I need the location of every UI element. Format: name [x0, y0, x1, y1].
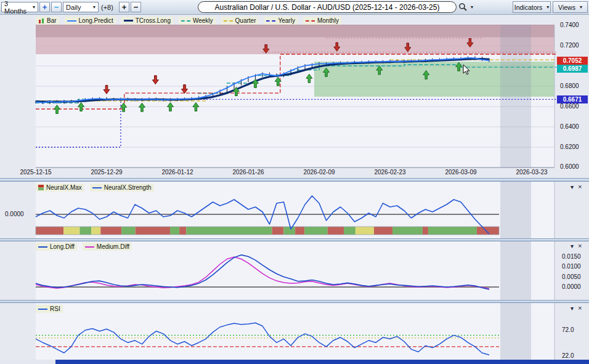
rsi-panel-controls: ▾ × [571, 304, 582, 312]
legend-item-quarter[interactable]: Quarter [221, 17, 259, 25]
date-axis-tick: 2025-12-15 [14, 169, 58, 176]
price-chart-canvas[interactable] [0, 15, 589, 178]
dashed-line-swatch-icon [224, 20, 233, 22]
legend-item-monthly[interactable]: Monthly [303, 17, 341, 25]
legend-item-medium-diff[interactable]: Medium.Diff [83, 243, 132, 251]
legend-label: Quarter [235, 17, 256, 24]
line-swatch-icon [67, 20, 76, 22]
date-axis-tick: 2026-03-09 [439, 169, 483, 176]
legend-label: Weekly [193, 17, 213, 24]
price-label-yearly: 0.6671 [557, 95, 588, 103]
dashed-line-swatch-icon [266, 20, 275, 22]
price-axis-tick: 0.6600 [560, 103, 579, 110]
diff-panel-controls: ▾ × [571, 242, 582, 249]
predicted-bars-offset: (+8) [101, 4, 113, 11]
neuralx-zero-label: 0.0000 [5, 211, 24, 217]
price-label-predict: 0.7052 [557, 57, 588, 65]
collapse-panel-icon[interactable]: ▾ [571, 184, 574, 190]
chart-title: Australian Dollar / U.S. Dollar - AUD/US… [198, 1, 457, 13]
rsi-axis-tick: 72.0 [562, 326, 574, 333]
price-axis-tick: 0.6200 [560, 144, 579, 150]
neuralx-max-icon [38, 185, 44, 190]
legend-label: NeuralX.Strength [104, 184, 152, 191]
neuralx-panel-controls: ▾ × [571, 183, 582, 190]
legend-item-bar[interactable]: Bar [36, 17, 59, 25]
price-axis-tick: 0.7400 [560, 22, 579, 28]
indicators-button[interactable]: Indicators ▾ [513, 1, 551, 13]
collapse-panel-icon[interactable]: ▾ [571, 305, 574, 312]
legend-item-neuralx-strength[interactable]: NeuralX.Strength [90, 184, 154, 192]
legend-item-yearly[interactable]: Yearly [264, 17, 297, 25]
legend-label: Yearly [278, 17, 294, 24]
bottom-edge-filler [0, 360, 55, 364]
add-bars-button[interactable]: + [119, 2, 129, 12]
range-select[interactable]: 3 Months ▾ [1, 2, 38, 12]
bar-style-icon [38, 18, 44, 24]
close-panel-icon[interactable]: × [578, 183, 582, 190]
chart-title-text: Australian Dollar / U.S. Dollar - AUD/US… [215, 3, 440, 12]
legend-label: Bar [47, 17, 57, 24]
price-axis-tick: 0.7200 [560, 42, 579, 49]
line-swatch-icon [38, 246, 47, 248]
dashed-line-swatch-icon [181, 20, 190, 22]
line-swatch-icon [92, 187, 102, 188]
price-label-weekly: 0.6987 [557, 65, 588, 73]
legend-item-long-diff[interactable]: Long.Diff [36, 243, 77, 251]
legend-label: RSI [50, 305, 60, 312]
legend-label: NeuralX.Max [46, 184, 82, 191]
diff-axis-tick: 0.0050 [562, 273, 581, 280]
remove-bars-button[interactable]: − [131, 2, 141, 12]
legend-label: Long.Diff [50, 243, 75, 250]
legend-item-weekly[interactable]: Weekly [179, 17, 216, 25]
dashed-line-swatch-icon [306, 20, 315, 22]
legend-item-neuralx-max[interactable]: NeuralX.Max [36, 184, 84, 192]
date-axis-tick: 2026-01-12 [155, 169, 200, 176]
range-zoom-out-button[interactable]: − [51, 2, 62, 12]
legend-item-long-predict[interactable]: Long.Predict [65, 17, 116, 25]
vantagepoint-window: 3 Months ▾ + − Daily ▾ (+8) + − Australi… [0, 0, 589, 364]
diff-legend: Long.Diff Medium.Diff [36, 243, 132, 251]
chevron-down-icon: ▾ [471, 5, 473, 10]
legend-label: Monthly [317, 17, 339, 24]
collapse-panel-icon[interactable]: ▾ [571, 243, 574, 249]
price-chart-legend: Bar Long.Predict TCross.Long Weekly Quar… [36, 17, 341, 25]
chevron-down-icon: ▾ [580, 5, 582, 10]
price-axis-tick: 0.6400 [560, 123, 579, 130]
neuralx-legend: NeuralX.Max NeuralX.Strength [36, 184, 154, 192]
diff-axis-tick: 0.0000 [562, 283, 581, 290]
period-select-value: Daily [66, 4, 81, 11]
line-swatch-icon [85, 246, 94, 248]
price-chart-panel[interactable] [0, 15, 589, 178]
chevron-down-icon: ▾ [33, 5, 35, 10]
price-axis-tick: 0.6800 [560, 83, 579, 89]
search-icon [458, 2, 468, 12]
bottom-panel-edge [55, 360, 589, 364]
close-panel-icon[interactable]: × [578, 242, 582, 249]
diff-axis-tick: 0.0150 [562, 253, 581, 260]
chevron-down-icon: ▾ [546, 5, 549, 10]
date-axis-tick: 2026-02-09 [297, 169, 341, 176]
line-swatch-icon [124, 20, 133, 22]
price-axis-tick: 0.6000 [560, 163, 579, 170]
indicators-button-label: Indicators [514, 4, 543, 11]
chevron-down-icon: ▾ [93, 5, 95, 10]
date-axis-tick: 2026-02-23 [368, 169, 412, 176]
rsi-axis-tick: 22.0 [562, 352, 574, 359]
rsi-legend: RSI [36, 305, 63, 313]
search-control[interactable]: ▾ [458, 2, 473, 12]
rsi-panel[interactable] [0, 303, 589, 360]
date-axis-tick: 2025-12-29 [84, 169, 129, 176]
line-swatch-icon [38, 309, 47, 310]
legend-label: Long.Predict [79, 17, 113, 24]
toolbar: 3 Months ▾ + − Daily ▾ (+8) + − Australi… [0, 0, 589, 15]
period-select[interactable]: Daily ▾ [63, 2, 99, 12]
close-panel-icon[interactable]: × [578, 304, 582, 312]
rsi-chart-canvas[interactable] [0, 303, 589, 360]
legend-item-rsi[interactable]: RSI [36, 305, 63, 313]
legend-item-tcross-long[interactable]: TCross.Long [121, 17, 173, 25]
legend-label: Medium.Diff [97, 243, 129, 250]
legend-label: TCross.Long [136, 17, 171, 24]
views-button[interactable]: Views ▾ [553, 1, 588, 13]
range-zoom-in-button[interactable]: + [39, 2, 50, 12]
views-button-label: Views [558, 4, 575, 11]
